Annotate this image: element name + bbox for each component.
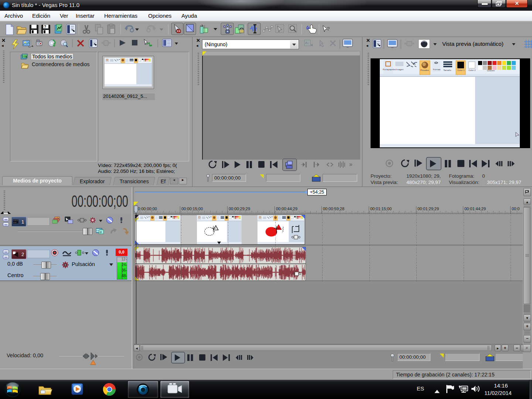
- svg-text:α: α: [100, 230, 102, 234]
- svg-text:A: A: [413, 62, 416, 65]
- svg-text:»: »: [349, 161, 352, 167]
- svg-text:A↓: A↓: [305, 41, 309, 45]
- svg-text:Portapapeles: Portapapeles: [383, 68, 396, 71]
- svg-text:Color 1: Color 1: [457, 69, 465, 71]
- svg-text:Tamaño: Tamaño: [443, 69, 451, 71]
- svg-text:Imagen: Imagen: [396, 68, 403, 71]
- svg-text:?: ?: [44, 25, 46, 29]
- svg-text:Colores: Colores: [487, 69, 495, 72]
- svg-text:?: ?: [327, 25, 330, 32]
- svg-text:Formas: Formas: [433, 68, 440, 71]
- svg-text:Color 2: Color 2: [468, 69, 476, 71]
- svg-text:Pinceles: Pinceles: [420, 69, 429, 71]
- svg-text:Vista previa (automático): Vista previa (automático): [442, 41, 504, 47]
